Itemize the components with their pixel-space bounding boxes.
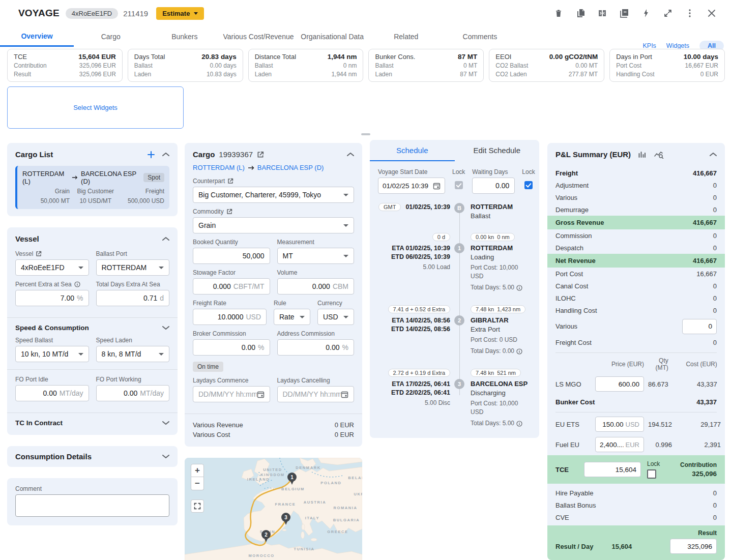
tab-comments[interactable]: Comments [443,26,517,47]
collapse-cargo-icon[interactable] [347,152,354,157]
route-map[interactable]: UNITED KINGDOM IRELAND DENMARK BELGIUM P… [185,458,362,560]
voyage-start-lock-checkbox[interactable] [455,181,463,189]
chevron-down-icon [343,255,348,257]
compare-icon[interactable] [597,8,607,18]
laydays-commence-input[interactable] [193,386,270,402]
ls-mgo-price-input[interactable] [595,376,644,392]
waiting-days-input[interactable] [472,178,515,194]
speed-laden-select[interactable]: 8 kn, 8 MT/d [96,346,170,362]
currency-select[interactable]: USD [317,309,354,325]
timeline-dot-ballast: B [454,203,464,213]
eu-ets-price-input[interactable]: USD [595,417,644,432]
fo-port-idle-input[interactable]: 0.00MT/day [15,385,89,401]
spot-badge: Spot [143,173,164,182]
tab-overview[interactable]: Overview [0,26,74,47]
route-from-link[interactable]: ROTTERDAM (L) [193,164,245,171]
chevron-down-icon [343,224,348,227]
map-fullscreen-button[interactable] [191,499,204,513]
more-icon[interactable] [685,8,695,18]
speed-ballast-select[interactable]: 10 kn, 10 MT/d [15,346,89,362]
fo-port-working-input[interactable]: 0.00MT/day [96,385,170,401]
voyage-start-date-input[interactable] [378,178,445,194]
tce-input[interactable] [584,462,641,477]
add-cargo-button[interactable] [147,151,155,159]
ballast-port-select[interactable]: ROTTERDAM [96,259,170,276]
collapse-vessel-icon[interactable] [162,237,169,241]
calendar-icon[interactable] [433,182,441,190]
bar-chart-icon[interactable] [638,151,646,159]
various-cost-label: Various Cost [193,431,230,438]
delete-icon[interactable] [553,8,564,18]
broker-commission-input[interactable]: 0.00% [193,339,270,356]
svg-text:TUNISIA: TUNISIA [294,547,314,551]
commodity-external-link-icon[interactable] [226,209,232,215]
panel-resize-handle[interactable] [361,133,370,135]
line-chart-icon[interactable] [654,151,664,159]
schedule-column: Schedule Edit Schedule Voyage Start Date… [370,140,539,449]
calendar-icon[interactable] [257,391,265,398]
comment-input[interactable] [15,494,169,517]
pnl-various-input[interactable] [682,319,717,334]
vessel-external-link-icon[interactable] [36,251,42,257]
tab-schedule[interactable]: Schedule [370,140,455,161]
map-zoom-in-button[interactable]: + [191,464,204,477]
various-revenue-label: Various Revenue [193,421,243,429]
left-column: Cargo List ROTTERDAM (L) BARCELONA ESP (… [7,143,178,537]
expand-icon[interactable] [663,8,673,18]
pdf-export-icon[interactable] [619,8,629,18]
map-zoom-out-button[interactable]: − [191,477,204,490]
close-icon[interactable] [707,8,717,18]
fuel-eu-price-input[interactable]: EUR [595,437,644,452]
result-input[interactable] [670,539,717,554]
tab-bunkers[interactable]: Bunkers [148,26,221,47]
filter-kpis[interactable]: KPIs [642,42,656,49]
svg-text:UNITED: UNITED [263,467,282,472]
tce-lock-checkbox[interactable] [647,469,656,479]
waiting-days-lock-checkbox[interactable] [524,181,533,189]
tab-organisational-data[interactable]: Organisational Data [296,26,369,47]
calendar-icon[interactable] [341,391,348,398]
laydays-cancelling-input[interactable] [277,386,355,402]
flash-icon[interactable] [641,8,651,18]
cargo-id: 19939367 [219,150,253,159]
booked-quantity-input[interactable]: 50,000 [193,248,270,264]
chevron-down-icon [159,353,164,356]
kpi-card-eeoi: EEOI0.00 gCO2/tNM CO2 Ballast0.00 MT CO2… [489,49,604,82]
expand-tc-icon[interactable] [162,421,169,425]
percent-extra-input[interactable]: 7.00% [15,290,89,306]
chevron-down-icon [343,316,348,318]
address-commission-input[interactable]: 0.00% [277,339,355,356]
filter-widgets[interactable]: Widgets [666,42,689,49]
duplicate-icon[interactable] [575,8,585,18]
commodity-select[interactable]: Grain [193,217,354,233]
select-widgets-button[interactable]: Select Widgets [7,86,184,129]
chevron-down-icon [159,267,164,269]
cargo-external-link-icon[interactable] [257,151,264,158]
days-extra-input[interactable]: 0.71d [96,290,170,306]
timeline-leg: 7.41 d + 0.52 d Extra ETA 14/02/25, 08:5… [378,302,531,356]
expand-consumption-icon[interactable] [162,454,169,459]
consumption-details-panel: Consumption Details [7,446,178,467]
tab-cargo[interactable]: Cargo [74,26,148,47]
measurement-select[interactable]: MT [277,248,355,264]
comment-label: Comment [15,485,42,492]
counterpart-external-link-icon[interactable] [227,178,233,184]
route-to-link[interactable]: BARCELONA ESP (D) [257,164,324,171]
collapse-cargo-list-icon[interactable] [162,152,169,157]
volume-input[interactable]: 0.000CBM [277,278,355,294]
tab-edit-schedule[interactable]: Edit Schedule [455,140,540,161]
estimate-button[interactable]: Estimate [156,7,204,20]
stowage-factor-input[interactable]: 0.000CBFT/MT [193,278,270,294]
page-title: VOYAGE [18,8,60,19]
counterpart-select[interactable]: Big Customer, Charterer, 45999, Tokyo [193,187,354,203]
collapse-pnl-icon[interactable] [710,152,717,157]
vessel-select[interactable]: 4xRoEeE1FD [15,259,89,276]
tab-related[interactable]: Related [369,26,443,47]
expand-speed-icon[interactable] [162,326,169,330]
cargo-list-item[interactable]: ROTTERDAM (L) BARCELONA ESP (D) Spot Gra… [15,166,169,209]
arrow-right-icon [248,165,254,170]
kpi-card-tce: TCE15,604 EUR Contribution325,096 EUR Re… [7,49,123,82]
tab-various-cost-revenue[interactable]: Various Cost/Revenue [221,26,295,47]
freight-rate-input[interactable]: 10.0000USD [193,309,267,325]
rule-select[interactable]: Rate [274,309,310,325]
